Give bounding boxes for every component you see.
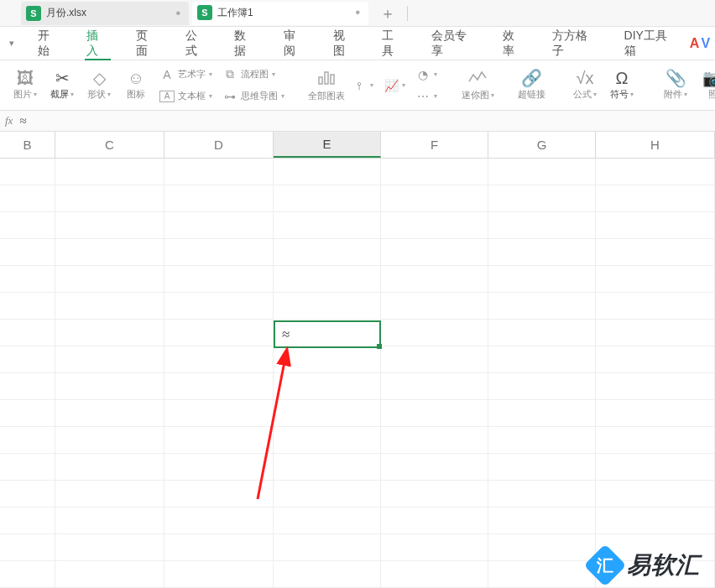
cell[interactable] [488,239,596,265]
cell[interactable] [164,266,274,292]
cells-area[interactable] [0,159,715,588]
ribbon-chart-col-button[interactable]: ⫯▾ [348,75,377,96]
cell[interactable] [488,454,596,480]
cell[interactable] [488,320,596,346]
cell[interactable] [274,534,381,560]
cell[interactable] [381,185,488,211]
ribbon-hyperlink-button[interactable]: 🔗 超链接 [513,64,550,107]
table-row[interactable] [0,212,715,239]
cell[interactable] [381,507,488,533]
cell[interactable] [274,561,381,587]
cell[interactable] [0,159,55,185]
cell[interactable] [596,400,715,426]
cell[interactable] [381,481,488,507]
menu-ai-logo[interactable]: AV [690,36,710,51]
ribbon-formula-button[interactable]: √x 公式▾ [566,64,603,107]
table-row[interactable] [0,373,715,400]
col-header-b[interactable]: B [0,132,55,158]
menu-square[interactable]: 方方格子 [539,27,610,60]
fx-label[interactable]: fx [5,114,13,127]
col-header-g[interactable]: G [488,132,596,158]
cell[interactable] [488,266,596,292]
cell[interactable] [0,185,55,211]
col-header-e[interactable]: E [274,132,381,158]
menu-diy[interactable]: DIY工具箱 [611,27,690,60]
cell[interactable] [381,266,488,292]
cell[interactable] [164,561,274,587]
cell[interactable] [164,320,274,346]
cell[interactable] [381,373,488,399]
cell[interactable] [381,159,488,185]
cell[interactable] [488,534,596,560]
cell[interactable] [55,561,164,587]
menu-view[interactable]: 视图 [320,27,369,60]
doc-tab-2[interactable]: S 工作簿1 • [192,2,368,25]
ribbon-mindmap-button[interactable]: ⊶ 思维导图▾ [219,86,288,107]
table-row[interactable] [0,185,715,212]
cell[interactable] [274,373,381,399]
ribbon-wordart-button[interactable]: A 艺术字▾ [156,65,216,85]
cell[interactable] [55,400,164,426]
cell[interactable] [381,293,488,319]
cell[interactable] [55,212,164,238]
cell[interactable] [488,185,596,211]
cell[interactable] [55,266,164,292]
cell[interactable] [0,320,55,346]
cell[interactable] [381,239,488,265]
cell[interactable] [164,212,274,238]
cell[interactable] [596,507,715,533]
cell[interactable] [55,346,164,372]
cell[interactable] [0,561,55,587]
cell[interactable] [164,507,274,533]
cell[interactable] [488,400,596,426]
ribbon-shape-button[interactable]: ◇ 形状▾ [81,64,117,107]
cell[interactable] [274,320,381,346]
menu-start[interactable]: 开始 [24,27,74,60]
table-row[interactable] [0,427,715,454]
cell[interactable] [164,373,274,399]
ribbon-flowchart-button[interactable]: ⧉ 流程图▾ [219,65,288,85]
cell[interactable] [274,507,381,533]
cell[interactable] [0,293,55,319]
table-row[interactable] [0,239,715,266]
col-header-d[interactable]: D [164,132,274,158]
cell[interactable] [274,400,381,426]
cell[interactable] [596,266,715,292]
ribbon-picture-button[interactable]: 🖼 图片▾ [7,64,44,107]
cell[interactable] [55,507,164,533]
menu-review[interactable]: 审阅 [270,27,320,60]
cell[interactable] [381,400,488,426]
ribbon-symbol-button[interactable]: Ω 符号▾ [603,64,640,107]
cell[interactable] [274,346,381,372]
table-row[interactable] [0,454,715,481]
cell[interactable] [488,427,596,453]
cell[interactable] [596,373,715,399]
menu-page[interactable]: 页面 [123,27,172,60]
cell[interactable] [596,159,715,185]
cell[interactable] [596,454,715,480]
cell[interactable] [274,266,381,292]
cell[interactable] [381,561,488,587]
cell[interactable] [596,293,715,319]
table-row[interactable] [0,346,715,373]
cell[interactable] [55,427,164,453]
cell[interactable] [274,159,381,185]
table-row[interactable] [0,481,715,507]
cell[interactable] [488,561,596,587]
cell[interactable] [596,427,715,453]
cell[interactable] [274,481,381,507]
menu-expand-button[interactable]: ▾ [0,38,24,49]
cell[interactable] [164,534,274,560]
cell[interactable] [164,454,274,480]
cell[interactable] [164,239,274,265]
cell[interactable] [164,185,274,211]
cell[interactable] [0,427,55,453]
cell[interactable] [274,239,381,265]
ribbon-chart-line-button[interactable]: 📈▾ [380,75,409,96]
cell[interactable] [596,185,715,211]
cell[interactable] [55,185,164,211]
cell[interactable] [164,481,274,507]
cell[interactable] [0,481,55,507]
cell[interactable] [164,346,274,372]
table-row[interactable] [0,159,715,185]
